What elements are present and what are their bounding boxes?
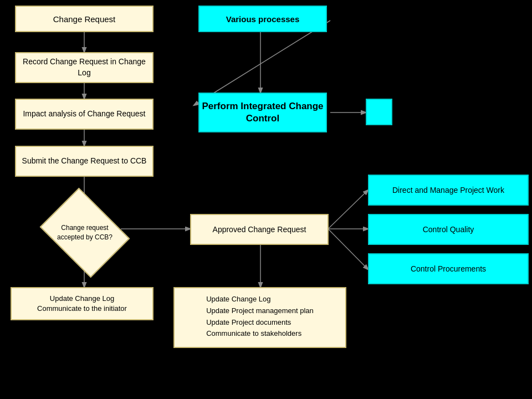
decision-diamond: Change request accepted by CCB? [49,205,121,260]
svg-line-8 [328,229,368,269]
control-procurements-box: Control Procurements [368,253,529,284]
various-processes-box: Various processes [198,6,327,32]
approved-change-box: Approved Change Request [190,214,329,245]
record-change-log-box: Record Change Request in Change Log [15,52,154,83]
change-request-box: Change Request [15,6,154,32]
impact-analysis-box: Impact analysis of Change Request [15,99,154,130]
perform-integrated-box: Perform Integrated Change Control [198,93,327,132]
update-approve-box: Update Change Log Update Project managem… [173,287,346,348]
svg-line-6 [328,190,368,229]
small-cyan-box [366,99,392,125]
direct-manage-box: Direct and Manage Project Work [368,175,529,206]
update-reject-box: Update Change Log Communicate to the ini… [11,287,154,320]
submit-ccb-box: Submit the Change Request to CCB [15,146,154,177]
control-quality-box: Control Quality [368,214,529,245]
